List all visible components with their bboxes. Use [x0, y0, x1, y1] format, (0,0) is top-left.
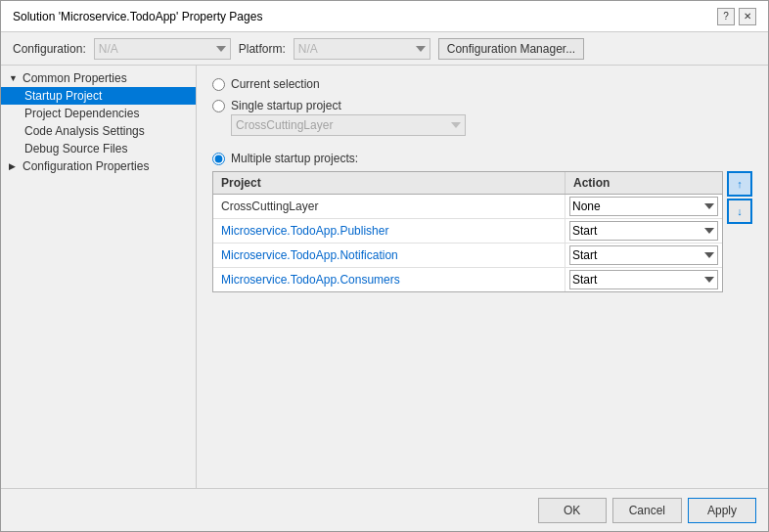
multiple-startup-row: Multiple startup projects: — [212, 152, 752, 165]
collapsed-arrow-icon: ▶ — [9, 161, 19, 171]
projects-table-container: Project Action CrossCuttingLayer None — [212, 171, 752, 292]
main-area: ▼ Common Properties Startup Project Proj… — [1, 66, 768, 488]
action-select-3[interactable]: None Start Start without debugging — [569, 270, 718, 289]
sidebar-item-config-properties[interactable]: ▶ Configuration Properties — [1, 157, 196, 175]
sidebar: ▼ Common Properties Startup Project Proj… — [1, 66, 197, 488]
action-select-0[interactable]: None Start Start without debugging — [569, 197, 718, 216]
configuration-select[interactable]: N/A — [94, 38, 231, 60]
project-link-3[interactable]: Microservice.TodoApp.Consumers — [221, 273, 400, 287]
config-bar: Configuration: N/A Platform: N/A Configu… — [1, 32, 768, 66]
table-arrow-buttons: ↑ ↓ — [727, 171, 752, 224]
configuration-label: Configuration: — [13, 42, 86, 56]
multiple-startup-label: Multiple startup projects: — [231, 152, 358, 165]
current-selection-radio[interactable] — [212, 78, 225, 91]
expand-arrow-icon: ▼ — [9, 73, 19, 83]
single-startup-radio[interactable] — [212, 100, 225, 112]
project-cell: Microservice.TodoApp.Notification — [213, 244, 565, 267]
multiple-startup-radio[interactable] — [212, 153, 225, 165]
up-arrow-icon: ↑ — [737, 178, 743, 190]
action-cell: None Start Start without debugging — [565, 268, 722, 291]
single-project-select[interactable]: CrossCuttingLayer — [231, 114, 466, 136]
apply-button[interactable]: Apply — [688, 498, 756, 523]
dialog: Solution 'Microservice.TodoApp' Property… — [0, 0, 769, 532]
table-row: CrossCuttingLayer None Start Start witho… — [213, 195, 722, 219]
action-header: Action — [565, 172, 722, 194]
multiple-startup-group: Multiple startup projects: Project Actio… — [212, 152, 752, 292]
action-cell: None Start Start without debugging — [565, 219, 722, 243]
action-select-2[interactable]: None Start Start without debugging — [569, 245, 718, 265]
move-up-button[interactable]: ↑ — [727, 171, 752, 197]
close-button[interactable]: ✕ — [739, 8, 756, 25]
down-arrow-icon: ↓ — [737, 205, 743, 217]
title-bar: Solution 'Microservice.TodoApp' Property… — [1, 1, 768, 32]
cancel-button[interactable]: Cancel — [612, 498, 682, 523]
platform-label: Platform: — [239, 42, 286, 56]
project-link-1[interactable]: Microservice.TodoApp.Publisher — [221, 224, 388, 238]
single-startup-group: Single startup project CrossCuttingLayer — [212, 99, 752, 136]
action-cell: None Start Start without debugging — [565, 244, 722, 267]
platform-select[interactable]: N/A — [294, 38, 430, 60]
bottom-bar: OK Cancel Apply — [1, 488, 768, 531]
title-bar-buttons: ? ✕ — [717, 8, 756, 25]
table-row: Microservice.TodoApp.Consumers None Star… — [213, 268, 722, 291]
project-header: Project — [213, 172, 565, 194]
single-startup-label: Single startup project — [231, 99, 341, 112]
config-manager-button[interactable]: Configuration Manager... — [438, 38, 584, 60]
dialog-title: Solution 'Microservice.TodoApp' Property… — [13, 10, 262, 23]
sidebar-item-debug-source[interactable]: Debug Source Files — [1, 140, 196, 157]
startup-options: Current selection Single startup project… — [212, 77, 752, 292]
project-cell: Microservice.TodoApp.Consumers — [213, 268, 565, 291]
table-row: Microservice.TodoApp.Notification None S… — [213, 244, 722, 268]
table-row: Microservice.TodoApp.Publisher None Star… — [213, 219, 722, 244]
project-link-2[interactable]: Microservice.TodoApp.Notification — [221, 248, 398, 262]
project-cell: CrossCuttingLayer — [213, 195, 565, 218]
projects-table: Project Action CrossCuttingLayer None — [212, 171, 723, 292]
move-down-button[interactable]: ↓ — [727, 199, 752, 224]
current-selection-label: Current selection — [231, 77, 320, 91]
sidebar-item-common-properties[interactable]: ▼ Common Properties — [1, 69, 196, 87]
sidebar-item-startup-project[interactable]: Startup Project — [1, 87, 196, 105]
current-selection-row: Current selection — [212, 77, 752, 91]
help-button[interactable]: ? — [717, 8, 735, 25]
table-header: Project Action — [213, 172, 722, 195]
action-select-1[interactable]: None Start Start without debugging — [569, 221, 718, 241]
sidebar-item-code-analysis[interactable]: Code Analysis Settings — [1, 122, 196, 140]
action-cell: None Start Start without debugging — [565, 195, 722, 218]
single-startup-row: Single startup project — [212, 99, 752, 112]
ok-button[interactable]: OK — [538, 498, 607, 523]
project-cell: Microservice.TodoApp.Publisher — [213, 219, 565, 243]
content-area: Current selection Single startup project… — [197, 66, 768, 488]
sidebar-item-project-dependencies[interactable]: Project Dependencies — [1, 105, 196, 122]
